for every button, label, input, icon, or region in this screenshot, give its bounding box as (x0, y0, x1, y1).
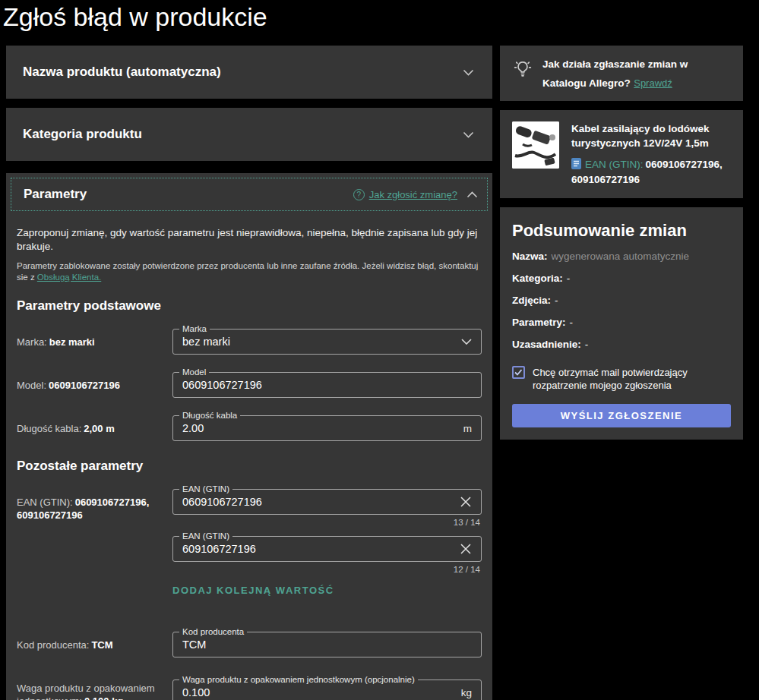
how-to-report-change-link[interactable]: Jak zgłosić zmianę? (369, 189, 457, 200)
weight-unit: kg (461, 687, 472, 698)
summary-photos-value: - (555, 295, 558, 306)
ean-current-label: EAN (GTIN): (17, 497, 73, 508)
clear-icon[interactable] (460, 543, 472, 555)
section-category-title: Kategoria produktu (23, 127, 142, 142)
model-input[interactable] (182, 379, 472, 391)
model-field-label: Model (179, 367, 209, 378)
page-title: Zgłoś błąd w produkcie (3, 0, 759, 33)
cable-length-current-value: 2,00 m (84, 423, 114, 434)
summary-row-photos: Zdjęcia:- (512, 294, 731, 307)
ean-input-2[interactable] (182, 543, 452, 555)
summary-category-label: Kategoria: (512, 273, 563, 284)
summary-title: Podsumowanie zmian (512, 221, 731, 241)
product-ean-label: EAN (GTIN): (585, 159, 644, 170)
model-current-label: Model: (17, 380, 46, 391)
weight-row: Waga produktu z opakowaniem jednostkowym… (17, 675, 482, 700)
check-link[interactable]: Sprawdź (634, 77, 672, 89)
parameters-title: Parametry (24, 187, 87, 202)
checkbox-checked-icon[interactable] (512, 366, 525, 379)
cable-length-current-label: Długość kabla: (17, 423, 81, 434)
cable-length-unit: m (463, 423, 472, 434)
summary-row-name: Nazwa:wygenerowana automatycznie (512, 250, 731, 263)
summary-justification-label: Uzasadnienie: (512, 339, 581, 350)
summary-justification-value: - (585, 339, 589, 350)
document-icon (571, 158, 581, 173)
cable-length-field[interactable]: Długość kabla m (172, 415, 482, 441)
lightbulb-icon (512, 57, 535, 90)
brand-current: Marka:bez marki (17, 329, 172, 355)
product-ean: EAN (GTIN):0609106727196, 609106727196 (571, 158, 731, 187)
customer-service-link[interactable]: Obsługą Klienta. (37, 273, 101, 282)
summary-row-category: Kategoria:- (512, 272, 731, 285)
locked-parameters-note: Parametry zablokowane zostały potwierdzo… (17, 260, 482, 283)
ean-counter-1: 13 / 14 (172, 518, 480, 527)
summary-category-value: - (567, 273, 571, 284)
brand-field-label: Marka (179, 323, 210, 335)
brand-current-label: Marka: (17, 336, 47, 348)
summary-name-value: wygenerowana automatycznie (552, 251, 690, 262)
ean-field-1-label: EAN (GTIN) (179, 484, 232, 495)
brand-select-value[interactable] (182, 336, 454, 348)
summary-row-parameters: Parametry:- (512, 316, 731, 329)
weight-field[interactable]: Waga produktu z opakowaniem jednostkowym… (172, 680, 482, 700)
ean-current: EAN (GTIN):0609106727196, 609106727196 (17, 489, 172, 614)
section-product-name[interactable]: Nazwa produktu (automatyczna) (6, 46, 492, 99)
manufacturer-code-current-value: TCM (91, 639, 112, 651)
model-current: Model:0609106727196 (17, 372, 172, 398)
ean-input-1[interactable] (182, 496, 452, 508)
sidebar: Jak działa zgłaszanie zmian w Katalogu A… (500, 46, 743, 449)
parameters-header[interactable]: Parametry ? Jak zgłosić zmianę? (11, 178, 488, 211)
chevron-down-icon[interactable] (463, 128, 474, 141)
manufacturer-code-field[interactable]: Kod producenta (172, 632, 482, 657)
model-row: Model:0609106727196 Model (17, 372, 482, 398)
chevron-down-icon[interactable] (463, 65, 474, 79)
manufacturer-code-current: Kod producenta:TCM (17, 632, 172, 657)
add-another-value-button[interactable]: DODAJ KOLEJNĄ WARTOŚĆ (172, 585, 334, 596)
clear-icon[interactable] (460, 496, 472, 508)
brand-select[interactable]: Marka (172, 329, 482, 355)
summary-photos-label: Zdjęcia: (512, 295, 551, 306)
question-circle-icon: ? (353, 189, 365, 200)
model-current-value: 0609106727196 (49, 380, 120, 391)
summary-row-justification: Uzasadnienie:- (512, 338, 731, 351)
brand-row: Marka:bez marki Marka (17, 329, 482, 355)
summary-parameters-label: Parametry: (512, 317, 566, 328)
report-product-error-page: Zgłoś błąd w produkcie Nazwa produktu (a… (0, 0, 759, 700)
ean-field-1[interactable]: EAN (GTIN) (172, 489, 482, 515)
model-field[interactable]: Model (172, 372, 482, 398)
product-title: Kabel zasilający do lodówek turystycznyc… (571, 123, 710, 149)
manufacturer-code-input[interactable] (182, 639, 472, 651)
section-product-name-title: Nazwa produktu (automatyczna) (23, 65, 221, 80)
summary-parameters-value: - (570, 317, 574, 328)
parameters-intro-text: Zaproponuj zmianę, gdy wartość parametru… (17, 226, 482, 254)
email-confirmation-label: Chcę otrzymać mail potwierdzający rozpat… (533, 366, 731, 392)
weight-input[interactable] (182, 686, 455, 698)
cable-length-field-label: Długość kabla (179, 410, 240, 421)
chevron-up-icon[interactable] (466, 188, 478, 201)
summary-card: Podsumowanie zmian Nazwa:wygenerowana au… (500, 207, 743, 440)
form-column: Nazwa produktu (automatyczna) Kategoria … (6, 46, 492, 700)
brand-current-value: bez marki (49, 336, 95, 348)
cable-length-row: Długość kabla:2,00 m Długość kabla m (17, 415, 482, 441)
email-confirmation-checkbox[interactable]: Chcę otrzymać mail potwierdzający rozpat… (512, 366, 731, 392)
ean-row: EAN (GTIN):0609106727196, 609106727196 E… (17, 489, 482, 614)
product-image (512, 121, 559, 169)
section-parameters: Parametry ? Jak zgłosić zmianę? Zapropon… (6, 173, 492, 700)
manufacturer-code-row: Kod producenta:TCM Kod producenta (17, 632, 482, 657)
submit-report-button[interactable]: WYŚLIJ ZGŁOSZENIE (512, 404, 731, 427)
cable-length-current: Długość kabla:2,00 m (17, 415, 172, 441)
ean-field-2[interactable]: EAN (GTIN) (172, 536, 482, 562)
chevron-down-icon[interactable] (461, 339, 472, 345)
summary-name-label: Nazwa: (512, 251, 548, 262)
basic-parameters-heading: Parametry podstawowe (17, 298, 482, 314)
weight-field-label: Waga produktu z opakowaniem jednostkowym… (179, 674, 418, 686)
section-category[interactable]: Kategoria produktu (6, 108, 492, 161)
help-card: Jak działa zgłaszanie zmian w Katalogu A… (500, 46, 743, 101)
ean-field-2-label: EAN (GTIN) (179, 531, 232, 542)
weight-current-value: 0,100 kg (84, 695, 123, 700)
manufacturer-code-field-label: Kod producenta (179, 626, 247, 638)
manufacturer-code-current-label: Kod producenta: (17, 639, 89, 651)
weight-current: Waga produktu z opakowaniem jednostkowym… (17, 675, 172, 700)
product-card: Kabel zasilający do lodówek turystycznyc… (500, 110, 743, 198)
cable-length-input[interactable] (182, 422, 457, 434)
